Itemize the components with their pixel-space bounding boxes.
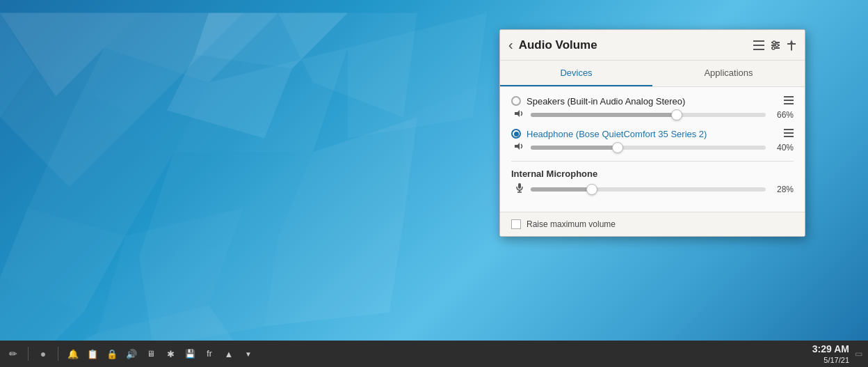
speakers-vol-row: 66%	[511, 109, 794, 120]
panel-title: Audio Volume	[519, 38, 748, 52]
wifi-icon[interactable]: ▲	[221, 346, 236, 361]
tab-devices[interactable]: Devices	[500, 61, 652, 86]
headphone-slider-thumb[interactable]	[612, 142, 623, 153]
speakers-header: Speakers (Built-in Audio Analog Stereo)	[511, 95, 794, 107]
speakers-vol-pct: 66%	[771, 110, 794, 120]
device-menu-icon	[784, 96, 794, 104]
bell-icon[interactable]: 🔔	[65, 346, 81, 361]
headphone-device-row: Headphone (Bose QuietComfort 35 Series 2…	[511, 128, 794, 153]
panel-settings-button[interactable]	[770, 40, 781, 51]
svg-point-29	[772, 47, 775, 49]
panel-tabs: Devices Applications	[500, 61, 805, 87]
taskbar-clock[interactable]: 3:29 AM 5/17/21	[812, 343, 849, 365]
circle-record-icon[interactable]: ●	[35, 346, 51, 361]
speakers-name: Speakers (Built-in Audio Analog Stereo)	[527, 96, 784, 107]
speakers-slider-track[interactable]	[531, 113, 766, 117]
speakers-vol-icon	[514, 109, 525, 120]
microphone-vol-pct: 28%	[771, 185, 794, 194]
raise-max-volume-checkbox[interactable]	[511, 219, 521, 229]
raise-max-volume-label: Raise maximum volume	[527, 219, 616, 229]
lock-icon[interactable]: 🔒	[104, 346, 120, 361]
taskbar-icons: ✏ ● 🔔 📋 🔒 🔊 🖥 ✱ 💾 fr ▲ ▼	[6, 346, 812, 361]
taskbar-divider-1	[28, 347, 29, 361]
svg-marker-37	[515, 143, 520, 150]
panel-header: ‹ Audio Volume	[500, 30, 805, 61]
storage-icon[interactable]: 💾	[182, 346, 198, 361]
separator	[511, 161, 794, 162]
keyboard-layout-icon[interactable]: fr	[202, 346, 217, 361]
svg-point-28	[775, 44, 778, 47]
pencil-icon[interactable]: ✏	[6, 346, 21, 361]
back-button[interactable]: ‹	[508, 37, 513, 53]
volume-taskbar-icon[interactable]: 🔊	[124, 346, 139, 361]
taskbar: ✏ ● 🔔 📋 🔒 🔊 🖥 ✱ 💾 fr ▲ ▼ 3:29 AM 5/17/21…	[0, 341, 868, 367]
svg-rect-35	[784, 132, 794, 134]
microphone-slider-fill	[531, 187, 592, 192]
speakers-slider-fill	[531, 113, 677, 117]
panel-footer: Raise maximum volume	[500, 212, 805, 236]
svg-rect-23	[753, 49, 764, 50]
clock-time: 3:29 AM	[812, 343, 849, 355]
svg-rect-31	[784, 100, 794, 101]
headphone-radio[interactable]	[511, 129, 521, 139]
volume-low-icon	[515, 109, 524, 118]
speakers-menu-button[interactable]	[784, 95, 794, 107]
microphone-vol-row: 28%	[511, 183, 794, 195]
audio-volume-panel: ‹ Audio Volume	[499, 29, 805, 237]
microphone-slider-track[interactable]	[531, 187, 766, 192]
chevron-down-icon[interactable]: ▼	[241, 346, 256, 361]
pin-icon	[787, 40, 796, 51]
svg-rect-32	[784, 103, 794, 104]
panel-content: Speakers (Built-in Audio Analog Stereo)	[500, 87, 805, 212]
bluetooth-icon[interactable]: ✱	[163, 346, 178, 361]
svg-rect-38	[518, 183, 521, 189]
panel-menu-button[interactable]	[753, 40, 764, 50]
headphone-slider-fill	[531, 146, 618, 150]
panel-pin-button[interactable]	[787, 40, 796, 51]
svg-rect-30	[784, 96, 794, 97]
device-menu-icon-2	[784, 129, 794, 137]
back-icon: ‹	[508, 37, 513, 53]
svg-rect-34	[784, 129, 794, 130]
microphone-slider-thumb[interactable]	[586, 184, 597, 195]
speakers-device-row: Speakers (Built-in Audio Analog Stereo)	[511, 95, 794, 120]
taskbar-divider-2	[58, 347, 58, 361]
tab-applications[interactable]: Applications	[652, 61, 805, 86]
microphone-row: Internal Microphone 28%	[511, 169, 794, 195]
headphone-vol-row: 40%	[511, 142, 794, 153]
headphone-vol-pct: 40%	[771, 143, 794, 153]
clipboard-icon[interactable]: 📋	[85, 346, 100, 361]
panel-header-actions	[753, 40, 796, 51]
mic-icon	[515, 183, 524, 193]
speakers-slider-thumb[interactable]	[671, 109, 682, 120]
microphone-label: Internal Microphone	[511, 169, 794, 179]
volume-icon-2	[515, 142, 524, 150]
hamburger-icon	[753, 40, 764, 50]
settings-icon	[770, 40, 781, 51]
headphone-header: Headphone (Bose QuietComfort 35 Series 2…	[511, 128, 794, 139]
microphone-icon	[514, 183, 525, 195]
show-desktop-button[interactable]: ▭	[855, 349, 862, 359]
svg-rect-22	[753, 45, 764, 46]
svg-marker-18	[264, 222, 403, 327]
svg-point-27	[773, 41, 775, 44]
headphone-name: Headphone (Bose QuietComfort 35 Series 2…	[527, 129, 784, 139]
headphone-menu-button[interactable]	[784, 128, 794, 139]
display-taskbar-icon[interactable]: 🖥	[143, 346, 159, 361]
headphone-vol-icon	[514, 142, 525, 153]
svg-rect-21	[753, 40, 764, 42]
svg-rect-36	[784, 136, 794, 137]
headphone-slider-track[interactable]	[531, 146, 766, 150]
clock-date: 5/17/21	[812, 355, 849, 365]
speakers-radio[interactable]	[511, 96, 521, 106]
svg-marker-33	[515, 110, 520, 117]
